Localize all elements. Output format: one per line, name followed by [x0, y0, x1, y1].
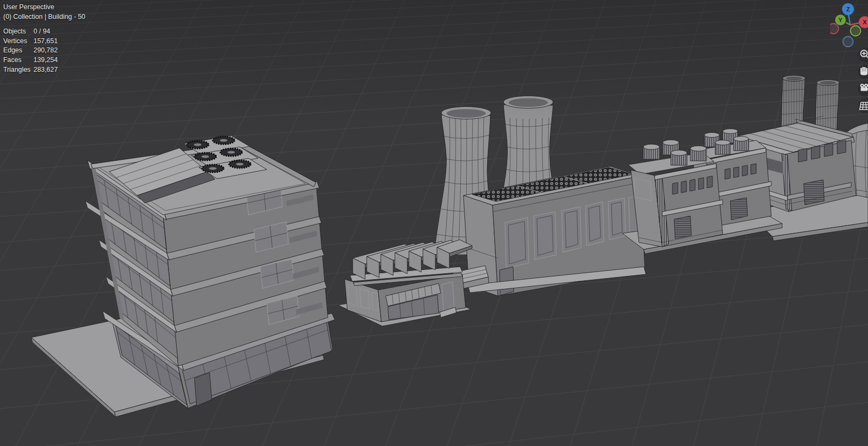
- view-mode-label: User Perspective: [3, 3, 85, 12]
- svg-text:Y: Y: [838, 17, 843, 23]
- camera-view-icon[interactable]: [858, 82, 868, 97]
- stat-vertices: Vertices157,651: [3, 37, 85, 46]
- viewport-stats: Objects0 / 94 Vertices157,651 Edges290,7…: [3, 27, 85, 75]
- stat-objects: Objects0 / 94: [3, 27, 85, 37]
- svg-text:X: X: [863, 19, 867, 25]
- navigation-gizmo[interactable]: Z Y X: [830, 0, 868, 54]
- zoom-icon[interactable]: [858, 48, 868, 63]
- stat-edges: Edges290,782: [3, 46, 85, 56]
- gizmo-axis-x[interactable]: X: [859, 16, 868, 28]
- gizmo-axis-z[interactable]: Z: [842, 3, 854, 15]
- viewport-controls[interactable]: [855, 46, 868, 117]
- blender-viewport[interactable]: User Perspective (0) Collection | Buildi…: [0, 0, 868, 446]
- gizmo-axis-neg-x[interactable]: [830, 24, 839, 34]
- stat-triangles: Triangles283,627: [3, 65, 85, 75]
- collection-label: (0) Collection | Building - 50: [3, 12, 85, 22]
- viewport-overlay-text: User Perspective (0) Collection | Buildi…: [3, 3, 85, 75]
- gizmo-axis-y[interactable]: Y: [835, 15, 846, 26]
- move-view-icon[interactable]: [858, 65, 868, 79]
- projection-toggle-icon[interactable]: [858, 99, 868, 113]
- viewport-canvas[interactable]: [0, 0, 868, 446]
- svg-text:Z: Z: [846, 6, 850, 12]
- stat-faces: Faces139,254: [3, 56, 85, 65]
- gizmo-axis-neg-y[interactable]: [851, 26, 861, 36]
- gizmo-axis-neg-z[interactable]: [843, 37, 853, 47]
